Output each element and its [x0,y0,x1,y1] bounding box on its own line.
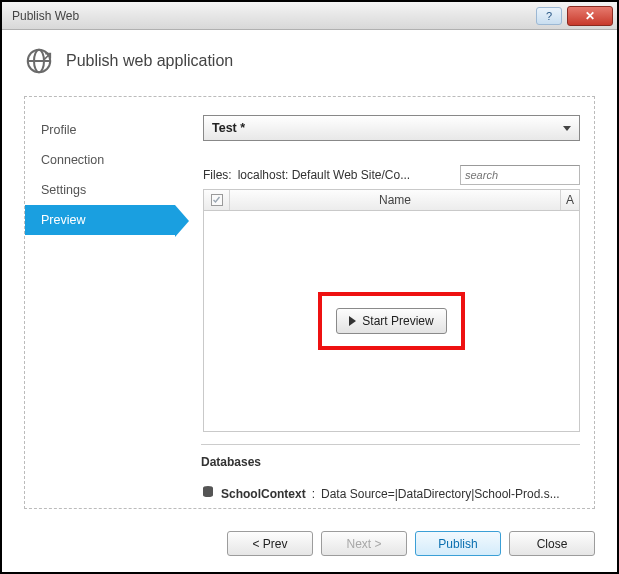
publish-button[interactable]: Publish [415,531,501,556]
content-frame: Profile Connection Settings Preview Test… [24,96,595,509]
annotation-highlight: Start Preview [318,292,464,350]
start-preview-label: Start Preview [362,314,433,328]
grid-body: Start Preview [203,211,580,432]
database-context: SchoolContext [221,487,306,501]
files-label: Files: [203,168,232,182]
title-bar: Publish Web ? ✕ [2,2,617,30]
close-button[interactable]: Close [509,531,595,556]
search-input[interactable] [460,165,580,185]
start-preview-button[interactable]: Start Preview [336,308,446,334]
chevron-down-icon [563,126,571,131]
publish-icon [24,46,54,76]
wizard-nav: Profile Connection Settings Preview [25,97,175,432]
databases-heading: Databases [201,455,580,469]
database-icon [201,485,215,502]
play-icon [349,316,356,326]
nav-item-settings[interactable]: Settings [25,175,175,205]
next-button: Next > [321,531,407,556]
help-button[interactable]: ? [536,7,562,25]
grid-header: Name A [203,189,580,211]
dialog-title: Publish web application [66,52,233,70]
window-close-button[interactable]: ✕ [567,6,613,26]
database-connection: Data Source=|DataDirectory|School-Prod.s… [321,487,560,501]
database-item: SchoolContext: Data Source=|DataDirector… [201,485,580,502]
grid-col-a[interactable]: A [561,193,579,207]
profile-selected-label: Test * [212,121,245,135]
files-path: localhost: Default Web Site/Co... [238,168,411,182]
nav-item-preview[interactable]: Preview [25,205,175,235]
grid-check-all[interactable] [204,190,230,210]
dialog-header: Publish web application [2,30,617,86]
databases-section: Databases SchoolContext: Data Source=|Da… [201,444,580,502]
prev-button[interactable]: < Prev [227,531,313,556]
nav-item-profile[interactable]: Profile [25,115,175,145]
grid-col-name[interactable]: Name [230,190,561,210]
main-panel: Test * Files: localhost: Default Web Sit… [175,97,594,432]
nav-item-connection[interactable]: Connection [25,145,175,175]
profile-dropdown[interactable]: Test * [203,115,580,141]
dialog-footer: < Prev Next > Publish Close [2,519,617,572]
window-title: Publish Web [2,9,535,23]
